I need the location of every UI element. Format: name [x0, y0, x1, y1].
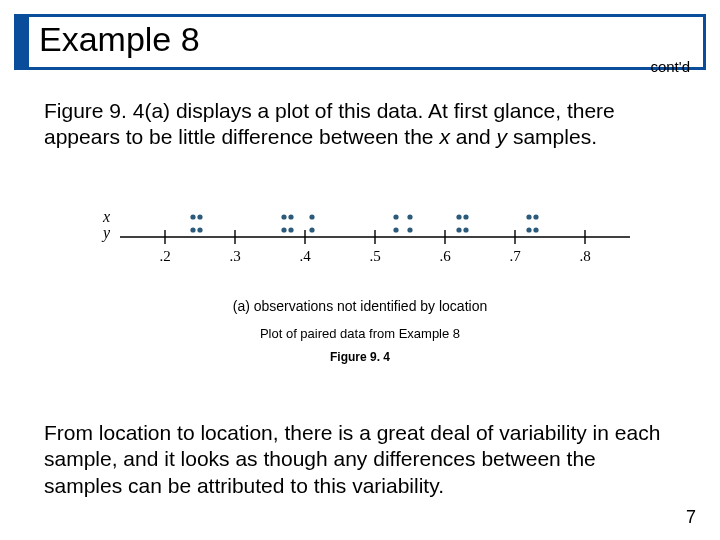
paragraph-1: Figure 9. 4(a) displays a plot of this d…: [44, 98, 676, 151]
svg-text:.3: .3: [229, 248, 240, 264]
svg-point-20: [288, 214, 293, 219]
svg-point-33: [393, 227, 398, 232]
svg-point-34: [407, 227, 412, 232]
figure-label: Figure 9. 4: [0, 350, 720, 364]
page-number: 7: [686, 507, 696, 528]
svg-point-28: [190, 227, 195, 232]
svg-text:.4: .4: [299, 248, 311, 264]
figure-subcaption-a: (a) observations not identified by locat…: [0, 298, 720, 314]
svg-text:.8: .8: [579, 248, 590, 264]
svg-text:.6: .6: [439, 248, 451, 264]
svg-text:.5: .5: [369, 248, 380, 264]
figure-dotplot: xy.2.3.4.5.6.7.8: [80, 192, 640, 282]
svg-point-36: [463, 227, 468, 232]
svg-point-30: [281, 227, 286, 232]
svg-point-29: [197, 227, 202, 232]
title-bar: Example 8: [14, 14, 706, 76]
svg-text:.2: .2: [159, 248, 170, 264]
svg-point-18: [197, 214, 202, 219]
svg-text:.7: .7: [509, 248, 521, 264]
svg-point-38: [533, 227, 538, 232]
paragraph-1-text: Figure 9. 4(a) displays a plot of this d…: [44, 99, 615, 148]
contd-label: cont'd: [650, 58, 690, 75]
svg-point-37: [526, 227, 531, 232]
svg-point-17: [190, 214, 195, 219]
svg-point-23: [407, 214, 412, 219]
svg-point-24: [456, 214, 461, 219]
svg-point-26: [526, 214, 531, 219]
svg-point-25: [463, 214, 468, 219]
svg-point-27: [533, 214, 538, 219]
paragraph-2: From location to location, there is a gr…: [44, 420, 676, 499]
figure-caption: Plot of paired data from Example 8: [0, 326, 720, 341]
svg-point-31: [288, 227, 293, 232]
svg-point-35: [456, 227, 461, 232]
svg-text:x: x: [102, 208, 110, 225]
svg-text:y: y: [101, 224, 111, 242]
title-accent: [17, 17, 29, 67]
svg-point-21: [309, 214, 314, 219]
svg-point-19: [281, 214, 286, 219]
svg-point-22: [393, 214, 398, 219]
svg-point-32: [309, 227, 314, 232]
slide-title: Example 8: [29, 17, 703, 67]
